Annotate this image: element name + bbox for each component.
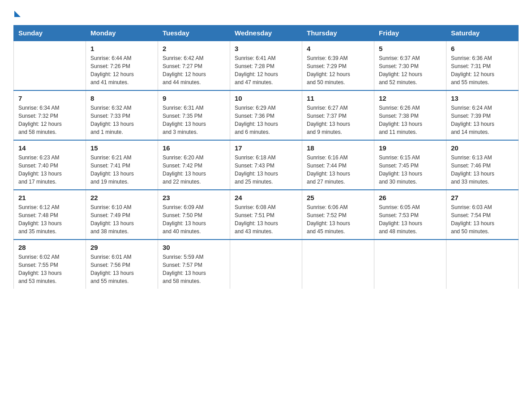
day-info: Sunrise: 6:09 AM Sunset: 7:50 PM Dayligh… xyxy=(163,203,225,235)
day-number: 3 xyxy=(235,45,297,52)
day-number: 23 xyxy=(163,194,225,201)
calendar-cell: 19Sunrise: 6:15 AM Sunset: 7:45 PM Dayli… xyxy=(374,140,446,190)
calendar-cell: 28Sunrise: 6:02 AM Sunset: 7:55 PM Dayli… xyxy=(14,240,86,289)
day-info: Sunrise: 6:02 AM Sunset: 7:55 PM Dayligh… xyxy=(18,253,81,285)
calendar-cell: 1Sunrise: 6:44 AM Sunset: 7:26 PM Daylig… xyxy=(86,41,158,90)
logo-triangle-icon xyxy=(14,11,21,17)
calendar-cell: 12Sunrise: 6:26 AM Sunset: 7:38 PM Dayli… xyxy=(374,90,446,140)
day-info: Sunrise: 6:26 AM Sunset: 7:38 PM Dayligh… xyxy=(379,104,442,136)
header-friday: Friday xyxy=(374,26,446,41)
calendar-cell: 20Sunrise: 6:13 AM Sunset: 7:46 PM Dayli… xyxy=(446,140,519,190)
calendar-cell: 25Sunrise: 6:06 AM Sunset: 7:52 PM Dayli… xyxy=(302,190,374,240)
day-info: Sunrise: 6:31 AM Sunset: 7:35 PM Dayligh… xyxy=(163,104,225,136)
day-info: Sunrise: 6:20 AM Sunset: 7:42 PM Dayligh… xyxy=(163,154,225,186)
calendar-cell: 6Sunrise: 6:36 AM Sunset: 7:31 PM Daylig… xyxy=(446,41,519,90)
day-number: 10 xyxy=(235,94,297,102)
day-info: Sunrise: 6:05 AM Sunset: 7:53 PM Dayligh… xyxy=(379,203,442,235)
day-info: Sunrise: 6:15 AM Sunset: 7:45 PM Dayligh… xyxy=(379,154,442,186)
header-wednesday: Wednesday xyxy=(230,26,302,41)
day-info: Sunrise: 6:34 AM Sunset: 7:32 PM Dayligh… xyxy=(18,104,81,136)
calendar-cell: 29Sunrise: 6:01 AM Sunset: 7:56 PM Dayli… xyxy=(86,240,158,289)
day-number: 6 xyxy=(451,45,514,52)
day-info: Sunrise: 6:16 AM Sunset: 7:44 PM Dayligh… xyxy=(307,154,369,186)
day-number: 28 xyxy=(18,244,81,251)
calendar-table: SundayMondayTuesdayWednesdayThursdayFrid… xyxy=(13,25,519,289)
day-number: 20 xyxy=(451,144,514,152)
calendar-cell: 5Sunrise: 6:37 AM Sunset: 7:30 PM Daylig… xyxy=(374,41,446,90)
day-number: 4 xyxy=(307,45,369,52)
day-info: Sunrise: 6:06 AM Sunset: 7:52 PM Dayligh… xyxy=(307,203,369,235)
calendar-cell: 11Sunrise: 6:27 AM Sunset: 7:37 PM Dayli… xyxy=(302,90,374,140)
day-number: 24 xyxy=(235,194,297,201)
day-number: 8 xyxy=(90,94,153,102)
day-number: 15 xyxy=(90,144,153,152)
day-info: Sunrise: 6:42 AM Sunset: 7:27 PM Dayligh… xyxy=(163,54,225,86)
day-number: 7 xyxy=(18,94,81,102)
day-number: 16 xyxy=(163,144,225,152)
calendar-cell: 8Sunrise: 6:32 AM Sunset: 7:33 PM Daylig… xyxy=(86,90,158,140)
day-info: Sunrise: 6:03 AM Sunset: 7:54 PM Dayligh… xyxy=(451,203,514,235)
calendar-cell: 3Sunrise: 6:41 AM Sunset: 7:28 PM Daylig… xyxy=(230,41,302,90)
day-number: 14 xyxy=(18,144,81,152)
calendar-body: 1Sunrise: 6:44 AM Sunset: 7:26 PM Daylig… xyxy=(14,41,519,289)
day-info: Sunrise: 6:32 AM Sunset: 7:33 PM Dayligh… xyxy=(90,104,153,136)
calendar-cell: 26Sunrise: 6:05 AM Sunset: 7:53 PM Dayli… xyxy=(374,190,446,240)
calendar-cell: 9Sunrise: 6:31 AM Sunset: 7:35 PM Daylig… xyxy=(158,90,230,140)
day-info: Sunrise: 6:18 AM Sunset: 7:43 PM Dayligh… xyxy=(235,154,297,186)
calendar-cell: 15Sunrise: 6:21 AM Sunset: 7:41 PM Dayli… xyxy=(86,140,158,190)
day-info: Sunrise: 6:08 AM Sunset: 7:51 PM Dayligh… xyxy=(235,203,297,235)
day-info: Sunrise: 6:44 AM Sunset: 7:26 PM Dayligh… xyxy=(90,54,153,86)
day-info: Sunrise: 6:13 AM Sunset: 7:46 PM Dayligh… xyxy=(451,154,514,186)
calendar-cell: 24Sunrise: 6:08 AM Sunset: 7:51 PM Dayli… xyxy=(230,190,302,240)
calendar-cell: 18Sunrise: 6:16 AM Sunset: 7:44 PM Dayli… xyxy=(302,140,374,190)
day-number: 19 xyxy=(379,144,442,152)
calendar-cell: 10Sunrise: 6:29 AM Sunset: 7:36 PM Dayli… xyxy=(230,90,302,140)
calendar-cell: 14Sunrise: 6:23 AM Sunset: 7:40 PM Dayli… xyxy=(14,140,86,190)
header-thursday: Thursday xyxy=(302,26,374,41)
day-info: Sunrise: 6:41 AM Sunset: 7:28 PM Dayligh… xyxy=(235,54,297,86)
week-row-1: 1Sunrise: 6:44 AM Sunset: 7:26 PM Daylig… xyxy=(14,41,519,90)
header-saturday: Saturday xyxy=(446,26,519,41)
calendar-cell xyxy=(14,41,86,90)
calendar-cell: 16Sunrise: 6:20 AM Sunset: 7:42 PM Dayli… xyxy=(158,140,230,190)
day-number: 21 xyxy=(18,194,81,201)
week-row-3: 14Sunrise: 6:23 AM Sunset: 7:40 PM Dayli… xyxy=(14,140,519,190)
day-number: 27 xyxy=(451,194,514,201)
day-info: Sunrise: 6:36 AM Sunset: 7:31 PM Dayligh… xyxy=(451,54,514,86)
day-number: 18 xyxy=(307,144,369,152)
calendar-cell xyxy=(446,240,519,289)
calendar-cell: 23Sunrise: 6:09 AM Sunset: 7:50 PM Dayli… xyxy=(158,190,230,240)
calendar-cell: 21Sunrise: 6:12 AM Sunset: 7:48 PM Dayli… xyxy=(14,190,86,240)
day-info: Sunrise: 6:21 AM Sunset: 7:41 PM Dayligh… xyxy=(90,154,153,186)
calendar-cell: 2Sunrise: 6:42 AM Sunset: 7:27 PM Daylig… xyxy=(158,41,230,90)
header-row: SundayMondayTuesdayWednesdayThursdayFrid… xyxy=(14,26,519,41)
day-number: 9 xyxy=(163,94,225,102)
day-info: Sunrise: 6:29 AM Sunset: 7:36 PM Dayligh… xyxy=(235,104,297,136)
day-info: Sunrise: 6:12 AM Sunset: 7:48 PM Dayligh… xyxy=(18,203,81,235)
day-number: 13 xyxy=(451,94,514,102)
day-number: 29 xyxy=(90,244,153,251)
day-number: 11 xyxy=(307,94,369,102)
week-row-2: 7Sunrise: 6:34 AM Sunset: 7:32 PM Daylig… xyxy=(14,90,519,140)
day-number: 30 xyxy=(163,244,225,251)
day-info: Sunrise: 6:01 AM Sunset: 7:56 PM Dayligh… xyxy=(90,253,153,285)
day-number: 12 xyxy=(379,94,442,102)
calendar-cell: 22Sunrise: 6:10 AM Sunset: 7:49 PM Dayli… xyxy=(86,190,158,240)
day-info: Sunrise: 6:24 AM Sunset: 7:39 PM Dayligh… xyxy=(451,104,514,136)
day-number: 22 xyxy=(90,194,153,201)
week-row-4: 21Sunrise: 6:12 AM Sunset: 7:48 PM Dayli… xyxy=(14,190,519,240)
calendar-cell: 7Sunrise: 6:34 AM Sunset: 7:32 PM Daylig… xyxy=(14,90,86,140)
calendar-cell: 13Sunrise: 6:24 AM Sunset: 7:39 PM Dayli… xyxy=(446,90,519,140)
day-number: 2 xyxy=(163,45,225,52)
calendar-cell: 4Sunrise: 6:39 AM Sunset: 7:29 PM Daylig… xyxy=(302,41,374,90)
day-number: 25 xyxy=(307,194,369,201)
day-info: Sunrise: 6:37 AM Sunset: 7:30 PM Dayligh… xyxy=(379,54,442,86)
page-header xyxy=(13,9,519,17)
day-info: Sunrise: 6:23 AM Sunset: 7:40 PM Dayligh… xyxy=(18,154,81,186)
week-row-5: 28Sunrise: 6:02 AM Sunset: 7:55 PM Dayli… xyxy=(14,240,519,289)
header-tuesday: Tuesday xyxy=(158,26,230,41)
calendar-cell xyxy=(374,240,446,289)
day-number: 1 xyxy=(90,45,153,52)
logo xyxy=(13,9,21,17)
day-number: 5 xyxy=(379,45,442,52)
